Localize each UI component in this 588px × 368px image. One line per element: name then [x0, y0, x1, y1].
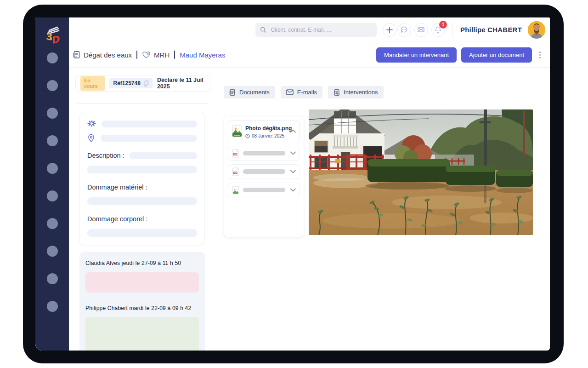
add-document-button[interactable]: Ajouter un document — [461, 47, 532, 63]
more-options-button[interactable] — [537, 50, 543, 60]
sidebar-nav-item-8[interactable] — [47, 246, 58, 257]
status-badge: En cours — [80, 76, 105, 91]
plus-icon — [386, 27, 393, 33]
placeholder-pill — [87, 197, 197, 205]
device-frame: 3 D — [23, 5, 564, 363]
png-file-icon — [232, 125, 242, 137]
breadcrumb-separator — [174, 51, 175, 59]
breadcrumb-contract[interactable]: MRH — [142, 51, 170, 59]
app-logo: 3 D — [42, 23, 63, 45]
emails-icon — [286, 89, 294, 95]
tab-label: E-mails — [297, 89, 317, 96]
topbar-divider — [452, 22, 453, 38]
tabs: Documents E-mails Interventions — [224, 86, 550, 98]
pdf-file-icon — [232, 167, 239, 176]
heart-icon — [142, 51, 151, 59]
collapse-icon[interactable] — [290, 129, 296, 133]
impact-icon — [87, 120, 96, 128]
add-button[interactable] — [383, 23, 396, 37]
expand-icon[interactable] — [290, 188, 296, 192]
mail-button[interactable] — [414, 23, 428, 37]
sidebar-nav-item-4[interactable] — [47, 135, 58, 146]
chat-icon — [400, 26, 408, 34]
app-window: 3 D — [35, 17, 550, 351]
section-divider — [78, 103, 209, 104]
documents-panel: Photo dégâts.png 08 Janvier 2025 — [224, 116, 304, 237]
mandate-button[interactable]: Mandater un intervenant — [376, 47, 457, 63]
bodily-damage-label: Dommage corporel : — [87, 215, 197, 223]
breadcrumb-separator — [136, 51, 137, 59]
document-date: 08 Janvier 2025 — [252, 133, 284, 138]
sidebar-nav-item-3[interactable] — [47, 108, 58, 119]
claim-details-card: Description : Dommage matériel : Dommage… — [79, 112, 205, 245]
search-box[interactable] — [255, 23, 377, 37]
breadcrumb-claim-type[interactable]: Dégat des eaux — [73, 51, 132, 59]
topbar-icons: 1 — [397, 23, 445, 37]
comment-body — [85, 317, 199, 351]
contract-label: MRH — [154, 51, 170, 59]
search-input[interactable] — [270, 26, 372, 34]
comment-meta: Claudia Alves jeudi le 27-09 à 11 h 50 — [85, 260, 181, 266]
image-file-icon — [232, 186, 239, 195]
topbar: 1 Phillipe CHABERT — [69, 17, 550, 42]
pdf-file-icon — [232, 149, 239, 158]
tab-label: Interventions — [344, 89, 378, 96]
declared-date: Déclaré le 11 Juil 2025 — [157, 77, 205, 90]
photo-preview-panel[interactable] — [309, 109, 533, 235]
tab-emails[interactable]: E-mails — [281, 86, 322, 98]
sidebar-nav-item-9[interactable] — [47, 273, 58, 284]
sidebar-nav-item-5[interactable] — [47, 163, 58, 174]
tab-interventions[interactable]: Interventions — [328, 86, 383, 98]
breadcrumb: Dégat des eaux MRH Maud Mayeras — [73, 51, 225, 59]
status-card: En cours Réf125748 Déclaré le 11 Juil 20… — [75, 75, 210, 92]
content-area: 1 Phillipe CHABERT Dégat des eaux — [69, 17, 550, 351]
mail-icon — [417, 26, 425, 34]
material-damage-label: Dommage matériel : — [87, 184, 197, 191]
sidebar: 3 D — [35, 17, 69, 351]
breadcrumb-row: Dégat des eaux MRH Maud Mayeras Mandater… — [69, 42, 550, 68]
expand-icon[interactable] — [290, 170, 296, 173]
document-item-expanded[interactable]: Photo dégâts.png 08 Janvier 2025 — [228, 120, 300, 142]
user-menu[interactable]: Phillipe CHABERT — [460, 21, 545, 39]
search-icon — [260, 26, 266, 33]
document-name-placeholder — [243, 188, 285, 192]
document-icon — [73, 51, 80, 59]
svg-text:D: D — [52, 33, 60, 45]
copy-icon[interactable] — [143, 80, 149, 86]
notifications-button[interactable]: 1 — [431, 23, 445, 37]
placeholder-pill — [87, 166, 197, 173]
sidebar-nav-item-2[interactable] — [47, 80, 58, 91]
sidebar-nav-item-6[interactable] — [47, 190, 58, 201]
sidebar-nav-item-7[interactable] — [47, 218, 58, 229]
placeholder-pill — [102, 121, 197, 127]
user-name: Phillipe CHABERT — [460, 26, 522, 34]
interventions-icon — [334, 89, 340, 96]
chat-button[interactable] — [397, 23, 411, 37]
document-name: Photo dégâts.png — [245, 125, 292, 132]
main-area: En cours Réf125748 Déclaré le 11 Juil 20… — [69, 68, 550, 351]
documents-body: Photo dégâts.png 08 Janvier 2025 — [224, 109, 550, 237]
sidebar-nav — [47, 52, 58, 312]
clock-icon — [245, 134, 250, 138]
sidebar-nav-item-10[interactable] — [47, 301, 58, 312]
tab-documents[interactable]: Documents — [224, 86, 275, 98]
document-item[interactable] — [228, 164, 300, 179]
documents-column: Documents E-mails Interventions — [224, 75, 550, 351]
document-item[interactable] — [228, 146, 300, 161]
action-buttons: Mandater un intervenant Ajouter un docum… — [376, 47, 543, 63]
comments-panel: Claudia Alves jeudi le 27-09 à 11 h 50 P… — [79, 252, 205, 351]
client-link[interactable]: Maud Mayeras — [180, 51, 225, 59]
documents-icon — [229, 89, 236, 96]
placeholder-pill — [87, 229, 197, 237]
claim-summary-column: En cours Réf125748 Déclaré le 11 Juil 20… — [75, 75, 210, 351]
expand-icon[interactable] — [290, 151, 296, 155]
location-pin-icon — [87, 134, 95, 143]
claim-photo — [309, 109, 533, 235]
document-item[interactable] — [228, 183, 300, 197]
reference-value: Réf125748 — [113, 80, 140, 86]
document-name-placeholder — [243, 151, 285, 155]
placeholder-pill — [129, 152, 197, 159]
sidebar-nav-item-1[interactable] — [47, 52, 58, 63]
reference-chip: Réf125748 — [109, 78, 152, 88]
description-label: Description : — [87, 152, 124, 159]
